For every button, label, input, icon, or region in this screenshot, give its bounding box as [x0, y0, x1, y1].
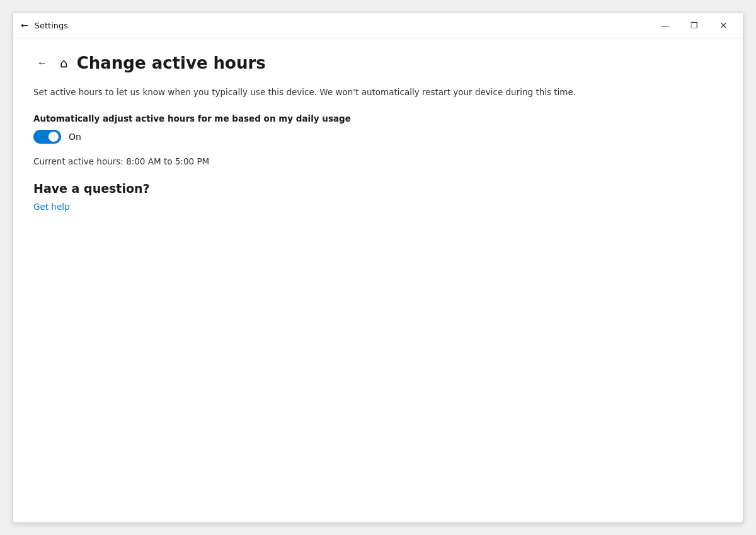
- page-title: Change active hours: [77, 54, 266, 73]
- titlebar-title: Settings: [35, 21, 68, 30]
- question-heading: Have a question?: [33, 181, 723, 195]
- active-hours-start: 8:00 AM: [126, 156, 161, 166]
- titlebar-controls: — ❐ ✕: [651, 13, 738, 38]
- page-content: ← ⌂ Change active hours Set active hours…: [13, 38, 743, 522]
- active-hours-label: Current active hours:: [33, 156, 123, 166]
- home-icon: ⌂: [60, 55, 68, 71]
- get-help-link[interactable]: Get help: [33, 202, 70, 212]
- restore-button[interactable]: ❐: [680, 13, 709, 38]
- active-hours-to: to: [164, 156, 173, 166]
- titlebar: ← Settings — ❐ ✕: [13, 13, 743, 38]
- page-description: Set active hours to let us know when you…: [33, 86, 600, 98]
- toggle-row: On: [33, 130, 723, 144]
- auto-adjust-toggle[interactable]: [33, 130, 61, 144]
- toggle-thumb: [49, 132, 59, 142]
- settings-window: ← Settings — ❐ ✕ ← ⌂ Change active hours…: [13, 13, 743, 523]
- close-button[interactable]: ✕: [709, 13, 738, 38]
- back-arrow-icon: ←: [37, 57, 47, 69]
- minimize-button[interactable]: —: [651, 13, 680, 38]
- active-hours-end: 5:00 PM: [175, 156, 209, 166]
- question-section: Have a question? Get help: [33, 181, 723, 212]
- titlebar-left: ← Settings: [21, 20, 68, 30]
- active-hours-info: Current active hours: 8:00 AM to 5:00 PM: [33, 156, 723, 166]
- page-header: ← ⌂ Change active hours: [33, 54, 723, 73]
- auto-adjust-section: Automatically adjust active hours for me…: [33, 113, 723, 144]
- titlebar-back-icon: ←: [21, 20, 28, 30]
- toggle-state-label: On: [69, 132, 81, 142]
- back-button[interactable]: ←: [33, 54, 51, 72]
- auto-adjust-label: Automatically adjust active hours for me…: [33, 113, 723, 124]
